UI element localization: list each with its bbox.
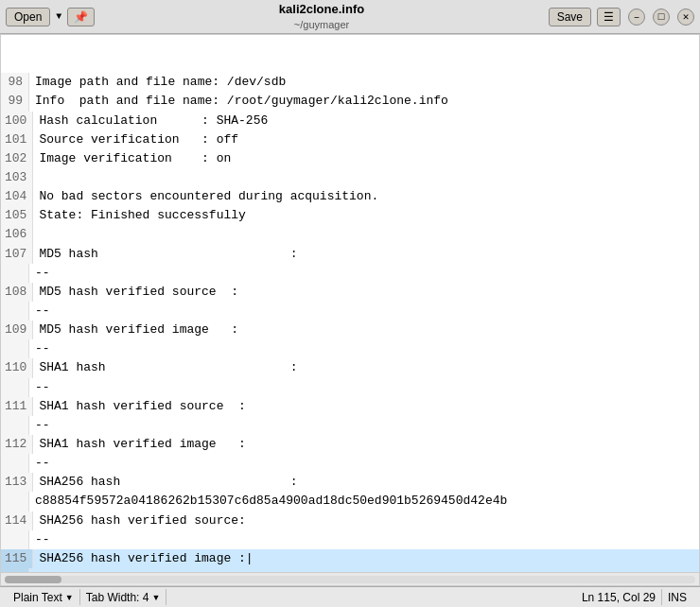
line-content: SHA1 hash verified image :: [33, 435, 699, 454]
save-button[interactable]: Save: [549, 8, 591, 26]
tab-label: Tab Width: 4: [86, 591, 149, 604]
table-row: 110SHA1 hash :: [1, 358, 699, 377]
table-row: --: [1, 264, 699, 283]
line-content: Image verification : on: [33, 149, 699, 168]
line-content: SHA256 hash :: [33, 473, 699, 492]
line-content: --: [29, 416, 699, 435]
table-row: c88854f59572a04186262b15307c6d85a4900ad1…: [1, 492, 699, 511]
table-row: 111SHA1 hash verified source :: [1, 397, 699, 416]
line-content: --: [29, 378, 699, 397]
line-content: --: [29, 454, 699, 473]
line-content: --: [29, 339, 699, 358]
pin-button[interactable]: 📌: [67, 8, 95, 26]
statusbar: Plain Text ▼ Tab Width: 4 ▼ Ln 115, Col …: [0, 586, 700, 607]
line-number: 101: [1, 130, 33, 149]
line-number: 112: [1, 435, 33, 454]
line-content: Source verification : off: [33, 130, 699, 149]
table-row: 99Info path and file name: /root/guymage…: [1, 92, 699, 111]
line-content: --: [29, 264, 699, 283]
hscroll-track: [5, 576, 695, 583]
line-number: [1, 302, 29, 321]
minimize-button[interactable]: –: [628, 9, 645, 26]
line-content: [33, 168, 699, 187]
line-content: SHA256 hash verified source:: [33, 512, 699, 530]
line-content: SHA1 hash :: [33, 358, 699, 377]
ins-label: INS: [668, 591, 687, 604]
line-number: 103: [1, 168, 33, 187]
editor-scroll[interactable]: 98Image path and file name: /dev/sdb99In…: [1, 35, 699, 572]
line-number: 115: [1, 549, 33, 568]
line-content: --: [29, 530, 699, 549]
position-label: Ln 115, Col 29: [582, 591, 656, 604]
line-number: 113: [1, 473, 33, 492]
line-number: 110: [1, 358, 33, 377]
format-label: Plain Text: [13, 591, 62, 604]
table-row: --: [1, 378, 699, 397]
format-arrow: ▼: [65, 593, 74, 602]
tab-width-selector[interactable]: Tab Width: 4 ▼: [80, 589, 167, 605]
line-content: Image path and file name: /dev/sdb: [29, 73, 699, 92]
table-row: 101Source verification : off: [1, 130, 699, 149]
table-row: 100Hash calculation : SHA-256: [1, 112, 699, 130]
cursor-position: Ln 115, Col 29: [576, 589, 662, 605]
table-row: --: [1, 530, 699, 549]
line-content: SHA256 hash verified image :|: [33, 549, 699, 568]
titlebar: Open ▼ 📌 kali2clone.info ~/guymager Save…: [0, 0, 700, 34]
table-row: 105State: Finished successfully: [1, 206, 699, 225]
line-number: 109: [1, 321, 33, 339]
tab-arrow: ▼: [151, 593, 160, 602]
table-row: 104No bad sectors encountered during acq…: [1, 187, 699, 206]
line-content: --: [29, 302, 699, 321]
window-title: kali2clone.info ~/guymager: [100, 2, 542, 31]
line-number: 102: [1, 149, 33, 168]
line-content: c88854f59572a04186262b15307c6d85a4900ad1…: [29, 492, 699, 511]
table-row: 102Image verification : on: [1, 149, 699, 168]
table-row: 112SHA1 hash verified image :: [1, 435, 699, 454]
close-button[interactable]: ✕: [677, 9, 694, 26]
line-number: [1, 264, 29, 283]
filepath: ~/guymager: [100, 18, 542, 31]
line-number: [1, 339, 29, 358]
editor-content: 98Image path and file name: /dev/sdb99In…: [1, 35, 699, 572]
line-number: [1, 530, 29, 549]
line-number: 107: [1, 245, 33, 264]
line-content: No bad sectors encountered during acquis…: [33, 187, 699, 206]
table-row: 115SHA256 hash verified image :|: [1, 549, 699, 568]
filename: kali2clone.info: [100, 2, 542, 18]
table-row: 106: [1, 225, 699, 244]
line-content: MD5 hash :: [33, 245, 699, 264]
table-row: 109MD5 hash verified image :: [1, 321, 699, 339]
maximize-button[interactable]: □: [653, 9, 670, 26]
line-number: 108: [1, 283, 33, 302]
insert-mode: INS: [662, 589, 692, 605]
line-number: [1, 454, 29, 473]
line-number: [1, 492, 29, 511]
table-row: 103: [1, 168, 699, 187]
line-number: 114: [1, 512, 33, 530]
line-content: MD5 hash verified source :: [33, 283, 699, 302]
table-row: 98Image path and file name: /dev/sdb: [1, 73, 699, 92]
horizontal-scrollbar[interactable]: [1, 572, 699, 585]
hscroll-thumb: [5, 576, 61, 583]
open-button[interactable]: Open: [6, 8, 50, 26]
line-number: 98: [1, 73, 29, 92]
line-number: 99: [1, 92, 29, 111]
format-selector[interactable]: Plain Text ▼: [8, 589, 80, 605]
line-content: Info path and file name: /root/guymager/…: [29, 92, 699, 111]
table-row: --: [1, 339, 699, 358]
editor-container: 98Image path and file name: /dev/sdb99In…: [0, 34, 700, 586]
table-row: --: [1, 302, 699, 321]
line-number: 111: [1, 397, 33, 416]
line-content: Hash calculation : SHA-256: [33, 112, 699, 130]
line-number: 106: [1, 225, 33, 244]
table-row: 107MD5 hash :: [1, 245, 699, 264]
table-row: 108MD5 hash verified source :: [1, 283, 699, 302]
line-content: MD5 hash verified image :: [33, 321, 699, 339]
table-row: 113SHA256 hash :: [1, 473, 699, 492]
line-number: 104: [1, 187, 33, 206]
menu-button[interactable]: ☰: [597, 8, 621, 26]
line-number: 105: [1, 206, 33, 225]
table-row: --: [1, 416, 699, 435]
line-number: 100: [1, 112, 33, 130]
line-number: [1, 378, 29, 397]
